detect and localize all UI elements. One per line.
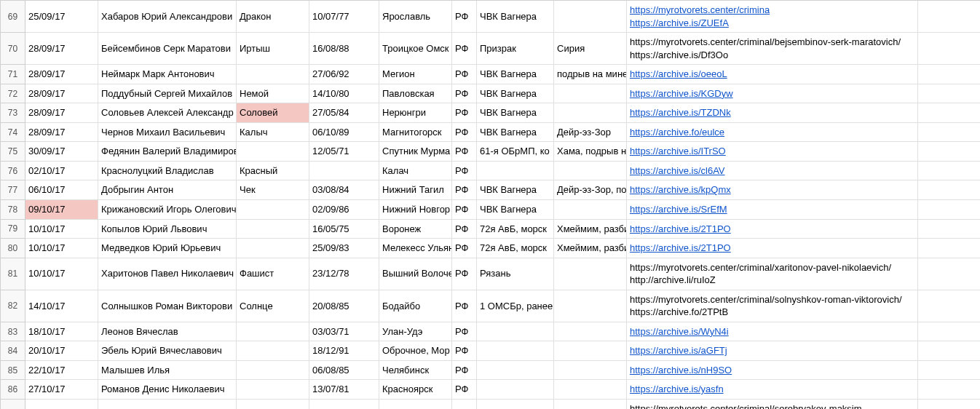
link[interactable]: https://myrotvorets.center/crimina: [630, 4, 770, 17]
cell-unit[interactable]: Рязань: [477, 258, 554, 290]
cell-callsign[interactable]: [237, 200, 309, 220]
cell-dob[interactable]: 06/08/85: [309, 361, 379, 381]
cell-empty[interactable]: [918, 65, 980, 84]
cell-links[interactable]: https://archive.is/nH9SO: [627, 361, 918, 381]
cell-dob[interactable]: 18/12/91: [309, 341, 379, 361]
cell-links[interactable]: https://archive.is/yasfn: [627, 380, 918, 400]
cell-location[interactable]: Псков: [379, 400, 452, 409]
cell-country[interactable]: РФ: [452, 162, 477, 181]
cell-country[interactable]: РФ: [452, 65, 477, 84]
cell-unit[interactable]: 72я АвБ, морск: [477, 239, 554, 258]
cell-empty[interactable]: [918, 33, 980, 65]
link[interactable]: https://archive.fo/2TPtB: [630, 306, 728, 319]
cell-name[interactable]: Поддубный Сергей Михайлов: [98, 84, 237, 104]
cell-links[interactable]: https://archive.is/WyN4i: [627, 322, 918, 342]
cell-country[interactable]: РФ: [452, 123, 477, 143]
cell-note[interactable]: [554, 200, 627, 220]
cell-callsign[interactable]: [237, 65, 309, 84]
cell-note[interactable]: [554, 84, 627, 104]
cell-date[interactable]: 18/10/17: [25, 322, 98, 342]
cell-empty[interactable]: [918, 162, 980, 181]
cell-location[interactable]: Нижний Тагил: [379, 180, 452, 200]
cell-links[interactable]: https://myrotvorets.center/criminal/soln…: [627, 290, 918, 322]
cell-callsign[interactable]: [237, 239, 309, 258]
cell-empty[interactable]: [918, 239, 980, 258]
cell-unit[interactable]: 72я АвБ, морск: [477, 220, 554, 239]
cell-empty[interactable]: [918, 361, 980, 381]
cell-note[interactable]: Сирия: [554, 33, 627, 65]
link[interactable]: https://myrotvorets.center/criminal/xari…: [630, 261, 891, 274]
cell-links[interactable]: https://archive.is/ITrSO: [627, 142, 918, 162]
row-header[interactable]: 76: [1, 162, 25, 181]
cell-note[interactable]: [554, 341, 627, 361]
cell-empty[interactable]: [918, 142, 980, 162]
row-header[interactable]: 72: [1, 84, 25, 104]
cell-empty[interactable]: [918, 258, 980, 290]
link[interactable]: https://archive.is/TZDNk: [630, 106, 731, 119]
cell-empty[interactable]: [918, 400, 980, 409]
row-header[interactable]: 80: [1, 239, 25, 258]
cell-location[interactable]: Вышний Волоче: [379, 258, 452, 290]
cell-location[interactable]: Павловская: [379, 84, 452, 104]
row-header[interactable]: 83: [1, 322, 25, 342]
cell-date[interactable]: 28/09/17: [25, 33, 98, 65]
cell-name[interactable]: Крижановский Игорь Олегович: [98, 200, 237, 220]
cell-date[interactable]: 10/10/17: [25, 258, 98, 290]
link[interactable]: https://archive.is/kpQmx: [630, 183, 731, 196]
row-header[interactable]: 84: [1, 341, 25, 361]
cell-country[interactable]: РФ: [452, 322, 477, 342]
link[interactable]: https://archive.is/ITrSO: [630, 145, 726, 158]
cell-empty[interactable]: [918, 220, 980, 239]
link[interactable]: https://archive.is/oeeoL: [630, 68, 727, 81]
cell-dob[interactable]: 03/03/71: [309, 322, 379, 342]
cell-name[interactable]: Малышев Илья: [98, 361, 237, 381]
cell-note[interactable]: [554, 322, 627, 342]
row-header[interactable]: 77: [1, 180, 25, 200]
cell-callsign[interactable]: Красный: [237, 162, 309, 181]
cell-name[interactable]: Федянин Валерий Владимирович: [98, 142, 237, 162]
row-header[interactable]: 82: [1, 290, 25, 322]
cell-unit[interactable]: ЧВК Вагнера: [477, 200, 554, 220]
cell-links[interactable]: https://myrotvorets.center/criminal/sere…: [627, 400, 918, 409]
cell-location[interactable]: Мегион: [379, 65, 452, 84]
cell-location[interactable]: Нерюнгри: [379, 103, 452, 123]
cell-callsign[interactable]: Калыч: [237, 123, 309, 143]
cell-date[interactable]: 10/10/17: [25, 220, 98, 239]
cell-location[interactable]: Калач: [379, 162, 452, 181]
row-header[interactable]: 74: [1, 123, 25, 143]
cell-callsign[interactable]: Солнце: [237, 290, 309, 322]
cell-name[interactable]: Харитонов Павел Николаевич: [98, 258, 237, 290]
row-header[interactable]: 75: [1, 142, 25, 162]
cell-unit[interactable]: 61-я ОБрМП, ко: [477, 142, 554, 162]
row-header[interactable]: 79: [1, 220, 25, 239]
link[interactable]: https://archive.is/SrEfM: [630, 203, 727, 216]
cell-country[interactable]: РФ: [452, 200, 477, 220]
row-header[interactable]: 87: [1, 400, 25, 409]
cell-note[interactable]: Хмеймим, разби: [554, 239, 627, 258]
cell-unit[interactable]: [477, 162, 554, 181]
cell-links[interactable]: https://archive.is/TZDNk: [627, 103, 918, 123]
spreadsheet-grid[interactable]: 6925/09/17Хабаров Юрий АлександровиДрако…: [0, 0, 980, 409]
cell-empty[interactable]: [918, 341, 980, 361]
cell-callsign[interactable]: [237, 142, 309, 162]
cell-location[interactable]: Магнитогорск: [379, 123, 452, 143]
cell-dob[interactable]: 20/08/85: [309, 290, 379, 322]
cell-unit[interactable]: ЧВК Вагнера: [477, 65, 554, 84]
link[interactable]: https://archive.is/KGDyw: [630, 87, 733, 100]
row-header[interactable]: 78: [1, 200, 25, 220]
cell-links[interactable]: https://archive.is/cl6AV: [627, 162, 918, 181]
cell-note[interactable]: [554, 380, 627, 400]
cell-note[interactable]: [554, 162, 627, 181]
cell-date[interactable]: 25/09/17: [25, 1, 98, 33]
cell-date[interactable]: 27/10/17: [25, 380, 98, 400]
cell-date[interactable]: 28/09/17: [25, 103, 98, 123]
cell-links[interactable]: https://myrotvorets.center/criminahttps:…: [627, 1, 918, 33]
cell-note[interactable]: Хмеймим, разби: [554, 220, 627, 239]
cell-name[interactable]: Соловьев Алексей Александр: [98, 103, 237, 123]
cell-location[interactable]: Троицкое Омск: [379, 33, 452, 65]
cell-callsign[interactable]: Дракон: [237, 1, 309, 33]
cell-date[interactable]: 02/10/17: [25, 162, 98, 181]
cell-dob[interactable]: 27/05/84: [309, 103, 379, 123]
cell-dob[interactable]: 06/10/89: [309, 123, 379, 143]
link[interactable]: https://myrotvorets.center/criminal/sere…: [630, 402, 862, 409]
